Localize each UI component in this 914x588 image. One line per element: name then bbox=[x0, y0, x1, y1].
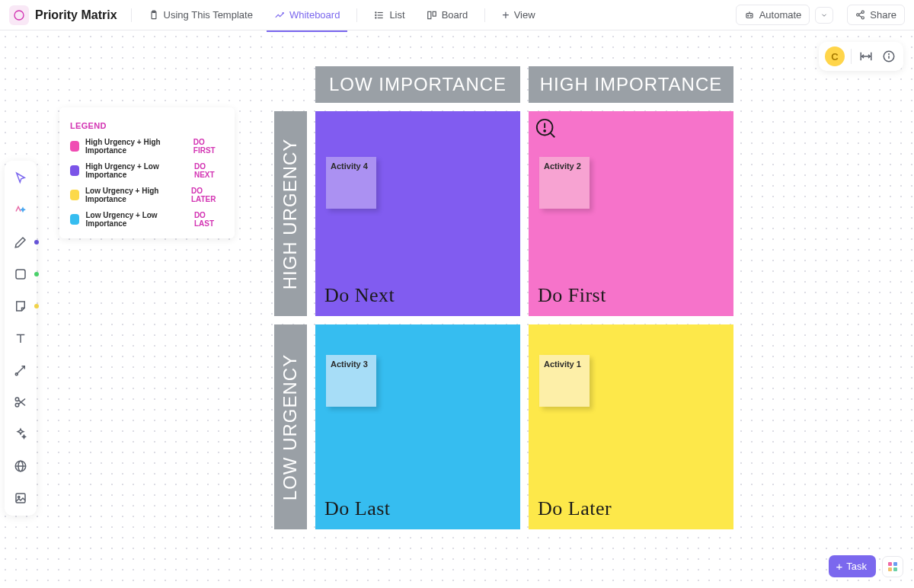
legend-swatch bbox=[70, 165, 79, 176]
svg-line-19 bbox=[859, 13, 862, 14]
cursor-icon bbox=[14, 171, 27, 185]
globe-icon bbox=[14, 459, 27, 473]
divider bbox=[356, 8, 357, 22]
tab-list[interactable]: List bbox=[366, 5, 412, 25]
plus-icon: + bbox=[502, 9, 509, 21]
board-icon bbox=[427, 10, 437, 21]
matrix-row: HIGH URGENCY Activity 4 Do Next Activity… bbox=[274, 111, 733, 316]
quad-do-last[interactable]: Activity 3 Do Last bbox=[315, 324, 520, 529]
quad-label: Do Next bbox=[324, 284, 395, 307]
user-avatar[interactable]: C bbox=[825, 46, 845, 66]
tab-using-template[interactable]: Using This Template bbox=[141, 5, 260, 25]
image-tool[interactable] bbox=[9, 487, 32, 510]
legend-row: Low Urgency + Low Importance DO LAST bbox=[70, 211, 224, 228]
tab-add-view[interactable]: + View bbox=[494, 5, 542, 26]
legend-swatch bbox=[70, 214, 79, 225]
svg-rect-27 bbox=[16, 270, 25, 279]
sticky-note[interactable]: Activity 2 bbox=[539, 157, 590, 209]
sticky-note[interactable]: Activity 1 bbox=[539, 355, 590, 407]
svg-point-26 bbox=[889, 54, 890, 55]
svg-point-16 bbox=[861, 11, 864, 13]
pen-tool[interactable] bbox=[9, 231, 32, 254]
svg-point-9 bbox=[376, 17, 376, 18]
avatar-initial: C bbox=[831, 51, 838, 62]
quad-label: Do Later bbox=[538, 497, 612, 520]
col-header-low-importance: LOW IMPORTANCE bbox=[315, 66, 520, 103]
quad-label: Do First bbox=[538, 284, 606, 307]
share-button[interactable]: Share bbox=[847, 5, 905, 25]
quad-do-later[interactable]: Activity 1 Do Later bbox=[529, 324, 733, 529]
legend-card[interactable]: LEGEND High Urgency + High Importance DO… bbox=[59, 107, 235, 238]
share-label: Share bbox=[870, 9, 896, 21]
tab-label: List bbox=[389, 9, 404, 21]
connector-tool[interactable] bbox=[9, 359, 32, 382]
automate-label: Automate bbox=[759, 9, 802, 21]
automate-dropdown[interactable] bbox=[815, 7, 833, 24]
legend-row: Low Urgency + High Importance DO LATER bbox=[70, 187, 224, 203]
text-tool[interactable] bbox=[9, 327, 32, 350]
priority-matrix[interactable]: LOW IMPORTANCE HIGH IMPORTANCE HIGH URGE… bbox=[274, 66, 733, 529]
shape-tool[interactable] bbox=[9, 263, 32, 286]
svg-line-44 bbox=[551, 133, 555, 138]
info-button[interactable] bbox=[880, 48, 897, 65]
svg-point-18 bbox=[861, 17, 864, 19]
svg-point-13 bbox=[747, 15, 748, 16]
quad-label: Do Last bbox=[324, 497, 391, 520]
svg-point-8 bbox=[376, 14, 376, 15]
svg-rect-11 bbox=[433, 11, 436, 16]
left-toolbar bbox=[5, 161, 37, 516]
fit-width-icon bbox=[859, 50, 873, 63]
quad-do-first[interactable]: Activity 2 Do First bbox=[529, 111, 733, 316]
plus-icon: + bbox=[836, 561, 843, 572]
legend-row: High Urgency + Low Importance DO NEXT bbox=[70, 162, 224, 179]
row-header-high-urgency: HIGH URGENCY bbox=[274, 111, 307, 316]
new-task-button[interactable]: + Task bbox=[829, 555, 877, 577]
svg-point-7 bbox=[376, 11, 376, 12]
fit-width-button[interactable] bbox=[858, 48, 874, 65]
pen-icon bbox=[14, 235, 27, 249]
svg-line-20 bbox=[859, 15, 862, 17]
sticky-note[interactable]: Activity 4 bbox=[326, 157, 376, 209]
task-label: Task bbox=[846, 561, 867, 572]
row-header-low-urgency: LOW URGENCY bbox=[274, 324, 307, 529]
tab-label: Whiteboard bbox=[289, 9, 340, 21]
legend-action: DO LATER bbox=[191, 187, 224, 203]
legend-swatch bbox=[70, 141, 79, 152]
page-title: Priority Matrix bbox=[35, 8, 117, 22]
svg-rect-39 bbox=[16, 494, 25, 503]
quad-do-next[interactable]: Activity 4 Do Next bbox=[315, 111, 520, 316]
canvas-controls: C bbox=[819, 42, 903, 71]
whiteboard-icon bbox=[274, 10, 285, 21]
legend-action: DO LAST bbox=[194, 211, 224, 228]
svg-rect-10 bbox=[427, 11, 430, 18]
list-icon bbox=[374, 10, 385, 21]
magic-tool[interactable] bbox=[9, 423, 32, 446]
text-icon bbox=[14, 331, 27, 345]
tab-label: Board bbox=[442, 9, 468, 21]
tab-board[interactable]: Board bbox=[419, 5, 476, 25]
topbar: Priority Matrix Using This Template Whit… bbox=[0, 0, 914, 30]
legend-action: DO FIRST bbox=[193, 138, 224, 155]
tab-label: Using This Template bbox=[164, 9, 253, 21]
info-icon bbox=[882, 50, 896, 63]
svg-point-40 bbox=[18, 496, 20, 497]
legend-label: High Urgency + High Importance bbox=[85, 138, 187, 155]
sticky-note[interactable]: Activity 3 bbox=[326, 355, 376, 407]
robot-icon bbox=[744, 10, 755, 21]
apps-button[interactable] bbox=[882, 556, 903, 577]
whiteboard-canvas[interactable]: C bbox=[0, 31, 914, 588]
sticky-tool[interactable] bbox=[9, 295, 32, 318]
web-tool[interactable] bbox=[9, 455, 32, 478]
app-logo bbox=[9, 5, 29, 25]
ai-shape-tool[interactable] bbox=[9, 199, 32, 222]
image-icon bbox=[14, 491, 27, 505]
svg-point-3 bbox=[283, 12, 283, 13]
legend-title: LEGEND bbox=[70, 121, 224, 130]
select-tool[interactable] bbox=[9, 167, 32, 190]
scissors-tool[interactable] bbox=[9, 391, 32, 414]
chevron-down-icon bbox=[820, 11, 828, 19]
matrix-row: LOW URGENCY Activity 3 Do Last Activity … bbox=[274, 324, 733, 529]
svg-point-14 bbox=[750, 15, 751, 16]
automate-button[interactable]: Automate bbox=[736, 5, 810, 25]
tab-whiteboard[interactable]: Whiteboard bbox=[267, 5, 347, 25]
